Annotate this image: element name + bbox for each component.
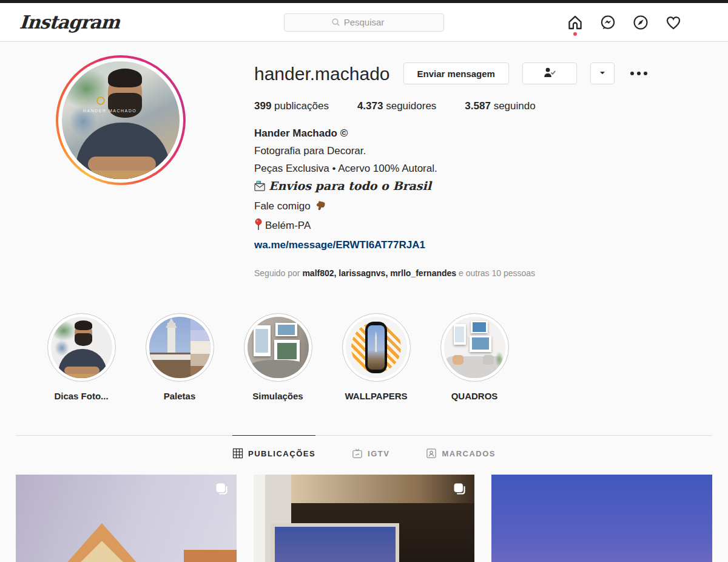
bio: Hander Machado © Fotografia para Decorar…	[254, 124, 712, 254]
post-thumbnail-framed-sunset[interactable]	[254, 475, 474, 562]
highlight-thumbnail	[149, 317, 211, 378]
story-highlights: Dicas Foto... Paletas Simulações	[16, 313, 712, 401]
post-thumbnail-theatre[interactable]	[16, 475, 237, 562]
home-notification-dot	[573, 32, 577, 36]
stats-row: 399 publicações 4.373 seguidores 3.587 s…	[254, 100, 712, 112]
avatar[interactable]: HANDER MACHADO	[62, 61, 180, 179]
bio-line: Envios para todo o Brasil	[254, 177, 712, 197]
highlight-thumbnail	[248, 317, 309, 378]
followed-by[interactable]: Seguido por malf802, larissagnvs, mrllo_…	[254, 268, 712, 278]
bio-link[interactable]: wa.me/message/ERWTI6AT77RJA1	[254, 239, 425, 251]
profile-page: HANDER MACHADO hander.machado Enviar men…	[16, 42, 712, 562]
pointing-down-icon	[315, 199, 326, 217]
options-ellipsis-icon[interactable]	[630, 72, 647, 75]
profile-username: hander.machado	[254, 64, 390, 84]
explore-compass-icon[interactable]	[632, 14, 649, 31]
followed-by-user: mrllo_fernandes	[390, 268, 456, 278]
highlight-thumbnail	[51, 317, 112, 378]
followed-by-user: malf802,	[302, 268, 336, 278]
highlight-paletas[interactable]: Paletas	[143, 313, 216, 401]
person-check-icon	[542, 66, 557, 82]
highlight-simulacoes[interactable]: Simulações	[241, 313, 314, 401]
profile-tabs: PUBLICAÇÕES IGTV MARCADOS	[16, 435, 712, 470]
followed-by-user: larissagnvs,	[339, 268, 388, 278]
search-input[interactable]	[284, 13, 444, 32]
nav-icon-group	[567, 14, 682, 31]
tab-publicacoes[interactable]: PUBLICAÇÕES	[232, 435, 315, 470]
instagram-logo[interactable]: Instagram	[19, 12, 120, 33]
posts-grid	[16, 475, 712, 562]
highlight-quadros[interactable]: QUADROS	[438, 313, 511, 401]
mailbox-icon	[254, 180, 266, 197]
search-container	[284, 13, 444, 32]
following-button[interactable]	[522, 63, 577, 84]
top-navbar: Instagram	[0, 3, 728, 42]
messenger-icon[interactable]	[599, 14, 616, 31]
bio-display-name: Hander Machado ©	[254, 124, 712, 142]
igtv-icon	[352, 448, 363, 459]
avatar-watermark: HANDER MACHADO	[83, 96, 118, 113]
bio-line: Fale comigo	[254, 197, 712, 217]
highlight-thumbnail	[444, 317, 505, 378]
pushpin-icon	[254, 218, 263, 236]
stat-posts: 399 publicações	[254, 100, 329, 112]
bio-line: Belém-PA	[254, 217, 712, 236]
stat-followers[interactable]: 4.373 seguidores	[357, 100, 436, 112]
stat-following[interactable]: 3.587 seguindo	[465, 100, 535, 112]
suggestions-expand-button[interactable]	[590, 63, 615, 84]
tab-marcados[interactable]: MARCADOS	[426, 435, 496, 470]
profile-header: HANDER MACHADO hander.machado Enviar men…	[16, 55, 712, 278]
highlight-wallpapers[interactable]: WALLPAPERS	[340, 313, 413, 401]
chevron-down-icon	[598, 69, 607, 79]
bio-line: Fotografia para Decorar.	[254, 142, 712, 160]
story-ring[interactable]: HANDER MACHADO	[56, 55, 186, 185]
tagged-icon	[426, 448, 437, 459]
bio-line: wa.me/message/ERWTI6AT77RJA1	[254, 236, 712, 254]
profile-info: hander.machado Enviar mensagem	[254, 55, 712, 278]
carousel-icon	[215, 482, 229, 496]
tab-igtv[interactable]: IGTV	[352, 435, 389, 470]
bio-line: Peças Exclusiva • Acervo 100% Autoral.	[254, 160, 712, 177]
home-icon[interactable]	[567, 14, 584, 31]
grid-icon	[232, 448, 243, 459]
post-thumbnail-sunset-sky[interactable]	[491, 475, 712, 562]
send-message-button[interactable]: Enviar mensagem	[403, 63, 509, 84]
avatar-photo-art: HANDER MACHADO	[62, 61, 180, 179]
carousel-icon	[453, 482, 467, 496]
highlight-thumbnail	[346, 317, 407, 378]
activity-heart-icon[interactable]	[665, 14, 682, 31]
avatar-column: HANDER MACHADO	[16, 55, 254, 278]
highlight-dicas-foto[interactable]: Dicas Foto...	[45, 313, 118, 401]
